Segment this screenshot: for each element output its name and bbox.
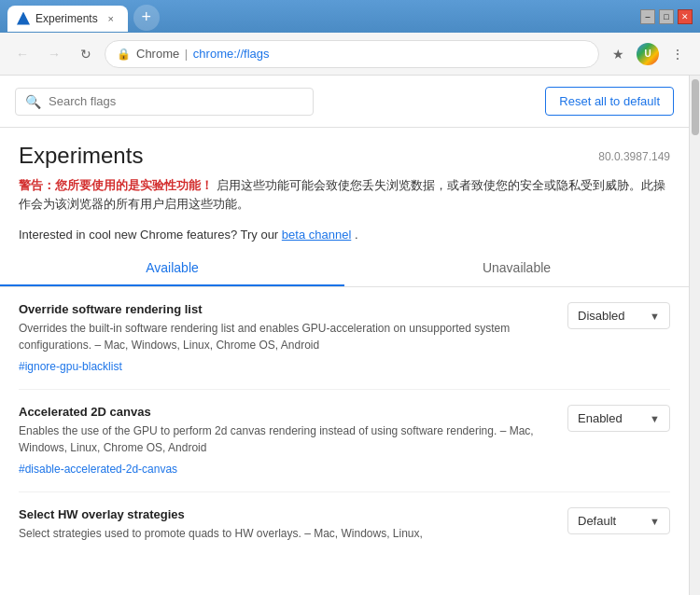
titlebar: Experiments × + – □ ✕ (0, 0, 700, 33)
profile-button[interactable]: U (635, 41, 661, 67)
tabs-bar: Available Unavailable (0, 251, 689, 287)
scrollbar-thumb[interactable] (692, 79, 699, 135)
feature-list: Override software rendering list Overrid… (0, 287, 689, 560)
feature-item: Select HW overlay strategies Select stra… (19, 492, 670, 560)
feature-title: Select HW overlay strategies (19, 507, 553, 521)
maximize-button[interactable]: □ (659, 9, 674, 24)
reset-all-button[interactable]: Reset all to default (545, 87, 674, 116)
window-controls: – □ ✕ (640, 9, 693, 24)
menu-button[interactable]: ⋮ (665, 41, 691, 67)
feature-select-value: Enabled (578, 411, 623, 425)
chevron-down-icon: ▼ (650, 413, 660, 424)
feature-info: Select HW overlay strategies Select stra… (19, 507, 567, 546)
feature-title: Accelerated 2D canvas (19, 405, 553, 419)
feature-select-dropdown[interactable]: Default ▼ (567, 507, 670, 534)
tab-available[interactable]: Available (0, 251, 344, 286)
experiments-header: Experiments 80.0.3987.149 (0, 128, 689, 173)
tab-favicon-icon (17, 12, 30, 25)
new-tab-button[interactable]: + (133, 5, 160, 31)
feature-select-value: Default (578, 514, 616, 528)
tab-label: Experiments (35, 12, 98, 25)
forward-button[interactable]: → (41, 41, 67, 67)
refresh-button[interactable]: ↻ (73, 41, 99, 67)
profile-avatar: U (637, 43, 659, 65)
feature-item: Override software rendering list Overrid… (19, 287, 670, 390)
feature-flag-link[interactable]: #ignore-gpu-blacklist (19, 360, 122, 373)
page-title: Experiments (19, 143, 143, 169)
close-button[interactable]: ✕ (678, 9, 693, 24)
feature-item: Accelerated 2D canvas Enables the use of… (19, 390, 670, 492)
feature-desc: Overrides the built-in software renderin… (19, 320, 553, 353)
feature-info: Accelerated 2D canvas Enables the use of… (19, 405, 567, 477)
feature-flag-link[interactable]: #disable-accelerated-2d-canvas (19, 463, 177, 476)
scrollbar[interactable] (689, 76, 700, 595)
warning-label: 警告：您所要使用的是实验性功能！ (19, 178, 213, 192)
address-bar[interactable]: 🔒 Chrome | chrome://flags (105, 40, 599, 68)
minimize-button[interactable]: – (640, 9, 655, 24)
version-label: 80.0.3987.149 (598, 150, 670, 163)
search-area: 🔍 Reset all to default (0, 76, 689, 128)
search-icon: 🔍 (25, 94, 41, 109)
feature-info: Override software rendering list Overrid… (19, 302, 567, 374)
tab-unavailable[interactable]: Unavailable (344, 251, 689, 286)
chevron-down-icon: ▼ (650, 311, 660, 322)
back-button[interactable]: ← (9, 41, 35, 67)
bookmark-button[interactable]: ★ (605, 41, 631, 67)
content-wrapper: 🔍 Reset all to default Experiments 80.0.… (0, 76, 700, 595)
titlebar-left: Experiments × + (7, 2, 640, 32)
feature-select-dropdown[interactable]: Enabled ▼ (567, 405, 670, 432)
chevron-down-icon: ▼ (650, 516, 660, 527)
lock-icon: 🔒 (117, 48, 131, 61)
search-input[interactable] (49, 94, 303, 108)
warning-box: 警告：您所要使用的是实验性功能！ 启用这些功能可能会致使您丢失浏览数据，或者致使… (0, 173, 689, 222)
feature-select-value: Disabled (578, 309, 625, 323)
navbar: ← → ↻ 🔒 Chrome | chrome://flags ★ U ⋮ (0, 33, 700, 76)
search-box[interactable]: 🔍 (15, 88, 314, 116)
main-content: 🔍 Reset all to default Experiments 80.0.… (0, 76, 689, 595)
address-text: Chrome | chrome://flags (136, 47, 270, 61)
feature-desc: Select strategies used to promote quads … (19, 525, 553, 542)
warning-text: 警告：您所要使用的是实验性功能！ 启用这些功能可能会致使您丢失浏览数据，或者致使… (19, 176, 670, 213)
feature-desc: Enables the use of the GPU to perform 2d… (19, 422, 553, 456)
feature-select-dropdown[interactable]: Disabled ▼ (567, 302, 670, 329)
active-tab[interactable]: Experiments × (7, 6, 128, 32)
nav-right-buttons: ★ U ⋮ (605, 41, 691, 67)
close-tab-button[interactable]: × (104, 11, 119, 26)
feature-title: Override software rendering list (19, 302, 553, 316)
beta-channel-link[interactable]: beta channel (282, 228, 351, 242)
interest-text: Interested in cool new Chrome features? … (0, 222, 689, 251)
